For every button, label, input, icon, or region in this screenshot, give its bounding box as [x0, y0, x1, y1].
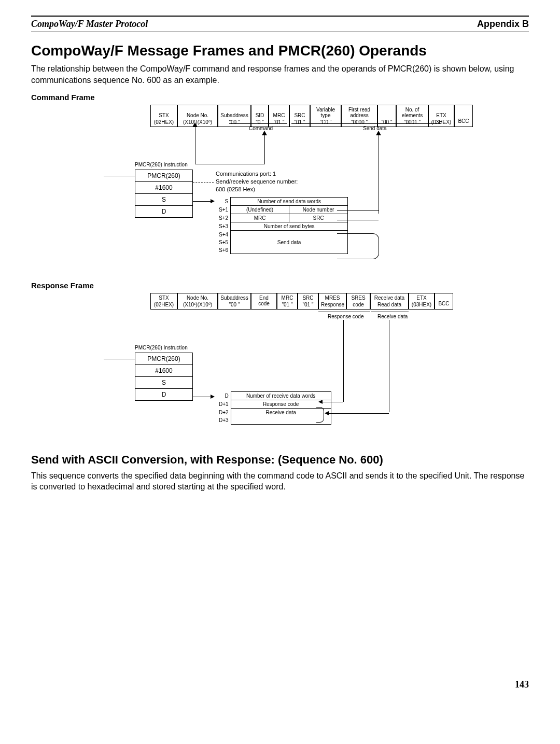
- pmcr-instruction-box: PMCR(260)#1600SD: [135, 170, 193, 218]
- command-note: Communications port: 1 Send/receive sequ…: [216, 170, 298, 193]
- frame-cell: Node No.(X10¹)(X10⁰): [177, 293, 218, 310]
- instr-row: S: [135, 194, 192, 206]
- pmcr-instruction-box-2: PMCR(260)#1600SD: [135, 353, 193, 401]
- frame-cell: MRESResponse: [318, 293, 346, 310]
- frame-cell: End code: [251, 293, 277, 310]
- frame-cell: BCC: [435, 293, 453, 310]
- frame-cell: MRC"01 ": [277, 293, 298, 310]
- frame-cell: SREScode: [346, 293, 370, 310]
- instr-row: PMCR(260): [135, 353, 192, 365]
- page-number: 143: [31, 679, 529, 690]
- under-label-respcode: Response code: [328, 314, 364, 319]
- response-frame-cells: STX(02HEX)Node No.(X10¹)(X10⁰)Subaddress…: [150, 293, 513, 310]
- frame-cell: STX(02HEX): [150, 293, 177, 310]
- instr-row: PMCR(260): [135, 170, 192, 182]
- frame-cell: Subaddress"00 ": [218, 293, 251, 310]
- section-intro: The relationship between the CompoWay/F …: [31, 63, 529, 86]
- frame-cell: SRC"01 ": [298, 293, 318, 310]
- response-frame-heading: Response Frame: [31, 281, 529, 290]
- page-header: CompoWay/F Master Protocol Appendix B: [31, 18, 529, 32]
- instr-row: #1600: [135, 365, 192, 377]
- instr-row: #1600: [135, 182, 192, 194]
- under-label-senddata: Send data: [363, 125, 387, 131]
- header-left: CompoWay/F Master Protocol: [31, 19, 148, 30]
- pmcr-label: PMCR(260) Instruction: [135, 162, 188, 167]
- instr-row: S: [135, 377, 192, 389]
- frame-cell: Receive dataRead data: [370, 293, 409, 310]
- section2-body: This sequence converts the specified dat…: [31, 470, 529, 493]
- section2-title: Send with ASCII Conversion, with Respons…: [31, 453, 529, 467]
- frame-cell: BCC: [454, 105, 473, 127]
- command-operand-table: SNumber of send data wordsS+1(Undefined)…: [216, 197, 348, 254]
- under-label-recv: Receive data: [377, 314, 408, 319]
- frame-cell: STX(02HEX): [150, 105, 177, 127]
- instr-row: D: [135, 389, 192, 400]
- section-title: CompoWay/F Message Frames and PMCR(260) …: [31, 43, 529, 59]
- header-right: Appendix B: [477, 19, 529, 30]
- frame-cell: ETX(03HEX): [409, 293, 435, 310]
- instr-row: D: [135, 206, 192, 217]
- frame-cell: Node No.(X10¹)(X10⁰): [177, 105, 218, 127]
- response-operand-table: DNumber of receive data wordsD+1Response…: [216, 391, 331, 425]
- command-frame-heading: Command Frame: [31, 93, 529, 102]
- pmcr-label-2: PMCR(260) Instruction: [135, 345, 188, 350]
- under-label-command: Command: [249, 125, 273, 131]
